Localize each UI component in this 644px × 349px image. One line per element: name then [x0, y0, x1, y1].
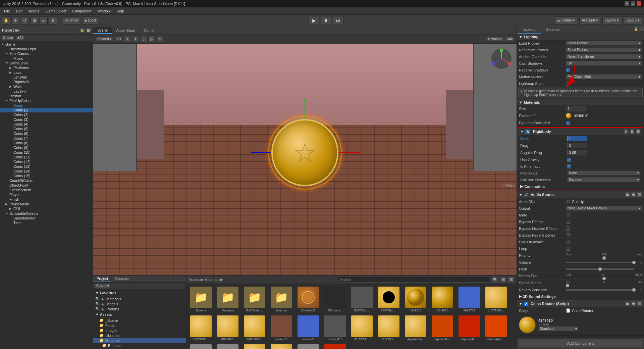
- asset-image05-1[interactable]: image05: [242, 344, 267, 349]
- h-item-coins-15[interactable]: Coins (15): [0, 173, 93, 178]
- h-item-coins[interactable]: Coins: [0, 103, 93, 108]
- audio-more-btn[interactable]: ☰: [637, 192, 642, 197]
- coins-rotator-ref-btn[interactable]: ⊞: [625, 301, 630, 306]
- h-item-coins-10[interactable]: Coins (10): [0, 150, 93, 155]
- local-button[interactable]: ◈ Local: [82, 16, 98, 24]
- h-item-lava[interactable]: ▶ Lava: [0, 70, 93, 75]
- pause-button[interactable]: ⏸: [321, 16, 331, 25]
- gizmos-dropdown[interactable]: Gizmos ▾: [486, 37, 504, 42]
- asset-589728cc-2[interactable]: 589728cc...: [376, 286, 401, 313]
- lighting-section-header[interactable]: ▼ Lighting: [517, 34, 644, 40]
- asset-roll-texture-folder[interactable]: 📁 Roll Textur...: [242, 286, 267, 313]
- output-value[interactable]: None (Audio Mixer Group) ▾: [566, 206, 642, 211]
- play-button[interactable]: ▶: [309, 16, 319, 25]
- asset-d81215db-1[interactable]: d81215db...: [350, 315, 374, 342]
- pitch-slider[interactable]: [566, 268, 634, 270]
- materials-section-header[interactable]: ▼ Materials: [517, 99, 644, 105]
- rigidbody-more-btn[interactable]: ☰: [635, 129, 641, 134]
- h-item-coins-11[interactable]: Coins (11): [0, 155, 93, 159]
- asset-bricks01-2[interactable]: bricks_01: [296, 315, 321, 342]
- material-shader-dropdown[interactable]: Standard ▾: [538, 326, 579, 331]
- asset-4249010-2[interactable]: 4249010: [430, 286, 455, 313]
- tool-rotate[interactable]: ↺: [21, 16, 29, 24]
- hierarchy-menu-button[interactable]: ☰: [86, 28, 91, 33]
- priority-slider-thumb[interactable]: [602, 256, 606, 260]
- use-gravity-checkbox[interactable]: ✓: [567, 158, 571, 162]
- assets-search-input[interactable]: [338, 277, 490, 283]
- h-item-lavafix[interactable]: LavaFix: [0, 89, 93, 94]
- tab-project[interactable]: Project: [93, 276, 112, 282]
- bypass-listener-checkbox[interactable]: [566, 227, 570, 231]
- h-item-pausemenu[interactable]: ▶ PauseMenu: [0, 202, 93, 206]
- asset-dsc9596[interactable]: dsc_9596-...: [215, 344, 240, 349]
- minimize-button[interactable]: ─: [625, 1, 629, 6]
- menu-help[interactable]: Help: [114, 8, 127, 14]
- h-item-coins-9[interactable]: Coins (9): [0, 145, 93, 150]
- h-item-platforms[interactable]: ▶ Platforms: [0, 65, 93, 70]
- asset-bricks013[interactable]: bricks_013: [323, 315, 347, 342]
- h-item-scriptableobjects[interactable]: ▼ ScriptableObjects: [0, 211, 93, 216]
- asset-materials-folder[interactable]: 📁 Materials: [215, 286, 240, 313]
- layout-button[interactable]: Layout ▾: [623, 16, 642, 24]
- h-item-coins-13[interactable]: Coins (13): [0, 164, 93, 169]
- is-kinematic-checkbox[interactable]: ✓: [567, 164, 571, 168]
- asset-depositpho-3[interactable]: depositpho...: [457, 315, 482, 342]
- drag-input[interactable]: [567, 143, 587, 148]
- center-button[interactable]: ⊙ Center: [63, 16, 81, 24]
- fav-all-prefabs[interactable]: 🔍 All Prefabs: [93, 306, 186, 311]
- light-probes-dropdown[interactable]: Blend Probes ▾: [566, 41, 642, 46]
- fav-images[interactable]: 📁 Images: [93, 328, 186, 333]
- 3d-sound-header[interactable]: ▶ 3D Sound Settings: [517, 293, 644, 300]
- h-item-pickupcoins[interactable]: ▼ PickUpCoins: [0, 98, 93, 103]
- assets-search-icon[interactable]: 🔍: [492, 276, 498, 283]
- assets-view-toggle[interactable]: ⊞: [500, 276, 506, 283]
- h-item-music[interactable]: Music: [0, 56, 93, 61]
- tab-services[interactable]: Services: [541, 26, 565, 34]
- tool-scale[interactable]: ⊞: [30, 16, 38, 24]
- hierarchy-filter-dropdown[interactable]: ▾All: [16, 35, 25, 40]
- mute-checkbox[interactable]: [566, 213, 570, 217]
- audioclip-value[interactable]: 🎵 CoinUp: [566, 199, 642, 204]
- menu-gameobject[interactable]: GameObject: [43, 8, 69, 14]
- constraints-header[interactable]: ▶ Constraints: [518, 183, 643, 190]
- audio-source-header[interactable]: ▼ 🔊 Audio Source ⊞ ⚙ ☰: [517, 191, 644, 198]
- asset-10rubl[interactable]: 10-rubl-r22: [296, 286, 321, 313]
- h-item-restart[interactable]: Restart: [0, 94, 93, 98]
- tool-hand[interactable]: ✋: [2, 16, 10, 24]
- collision-detection-dropdown[interactable]: Discrete ▾: [567, 177, 641, 182]
- menu-file[interactable]: File: [1, 8, 13, 14]
- reverb-slider[interactable]: [566, 289, 634, 291]
- tab-game[interactable]: Game: [140, 28, 158, 34]
- tab-scene[interactable]: Scene: [93, 27, 112, 34]
- collision-detection-value[interactable]: Discrete ▾: [567, 177, 641, 182]
- maximize-button[interactable]: □: [631, 1, 635, 6]
- bypass-effects-checkbox[interactable]: [566, 220, 570, 224]
- asset-buttons-folder[interactable]: 📁 Buttons: [189, 286, 213, 313]
- asset-4249010-1[interactable]: 4249010: [403, 286, 428, 313]
- all-filter-dropdown[interactable]: ▾All: [505, 37, 515, 42]
- anchor-override-value[interactable]: None (Transform) ▾: [566, 54, 642, 59]
- fav-libraries[interactable]: 📁 Libraries: [93, 333, 186, 338]
- volume-slider[interactable]: [566, 262, 634, 263]
- 2d-button[interactable]: 2D: [114, 37, 123, 42]
- h-item-player[interactable]: Player: [0, 192, 93, 197]
- cast-shadows-dropdown[interactable]: On ▾: [566, 61, 642, 66]
- reflection-probes-dropdown[interactable]: Blend Probes ▾: [566, 47, 642, 52]
- motion-vectors-value[interactable]: Per Object Motion ▾: [566, 74, 642, 79]
- hierarchy-create-dropdown[interactable]: Create: [1, 35, 15, 40]
- h-item-coins-2[interactable]: Coins (2): [0, 112, 93, 117]
- coins-rotator-more-btn[interactable]: ☰: [637, 301, 642, 306]
- account-button[interactable]: Account ▾: [579, 16, 600, 24]
- assets-sort[interactable]: ☰: [508, 276, 515, 283]
- light-probes-value[interactable]: Blend Probes ▾: [566, 41, 642, 46]
- bypass-reverb-checkbox[interactable]: [566, 233, 570, 237]
- h-item-speedometer[interactable]: Speedometer: [0, 216, 93, 220]
- coins-rotator-enabled[interactable]: [524, 302, 528, 306]
- h-item-game[interactable]: ▼ Game: [0, 42, 93, 47]
- rigidbody-ref-btn[interactable]: ⊞: [623, 129, 629, 134]
- audio-ref-btn[interactable]: ⊞: [625, 192, 630, 197]
- scene-view[interactable]: ☆ ▲ ▶: [93, 44, 517, 275]
- asset-textures-folder[interactable]: 📁 textures: [269, 286, 294, 313]
- project-create-dropdown[interactable]: Create ▾: [95, 283, 111, 288]
- mass-input[interactable]: [567, 136, 587, 141]
